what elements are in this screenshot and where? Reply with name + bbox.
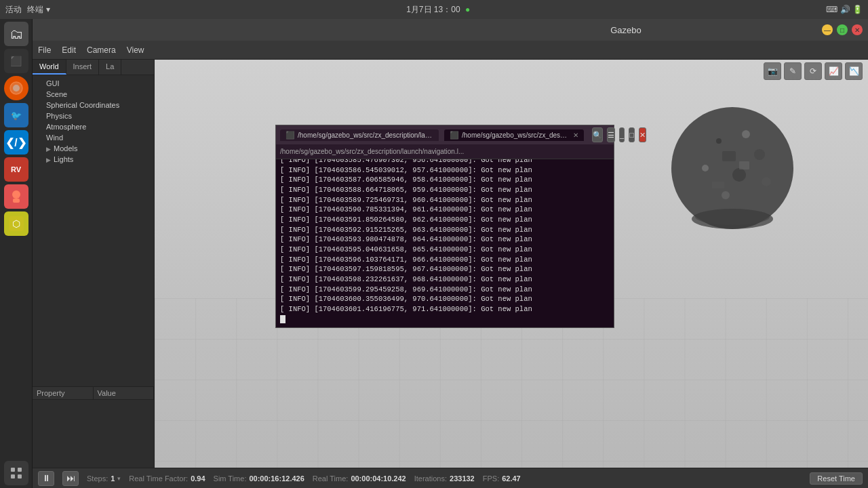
svg-point-18 [732, 168, 746, 182]
minimize-button[interactable]: — [822, 24, 833, 35]
terminal-log-line: [ INFO] [1704603585.476907302, 956.64100… [280, 159, 610, 165]
menu-file[interactable]: File [38, 45, 51, 55]
terminal-cursor-line [280, 314, 610, 325]
terminal-log-line: [ INFO] [1704603597.159818595, 967.64100… [280, 264, 610, 274]
models-arrow-icon: ▶ [46, 146, 51, 152]
steps-indicator: Steps: 1 ▾ [87, 474, 121, 483]
dock-vscode-icon[interactable]: ❮/❯ [4, 130, 28, 155]
maximize-button[interactable]: □ [837, 24, 848, 35]
dock-terminal-icon[interactable]: ⬛ [4, 49, 28, 73]
prop-header: Property Value [33, 387, 154, 400]
sim-time-label: Sim Time: [214, 474, 247, 483]
camera-toolbar-btn[interactable]: 📷 [764, 62, 781, 80]
viewport-toolbar: 📷 ✎ ⟳ 📈 📉 [764, 62, 863, 80]
measure-toolbar-btn[interactable]: ⟳ [804, 62, 822, 80]
step-button[interactable]: ⏭ [62, 471, 79, 486]
terminal-tab2-close[interactable]: ✕ [573, 131, 578, 139]
terminal-tab1-label: /home/sg/gazebo_ws/src/zx_description/la… [298, 131, 433, 139]
svg-rect-23 [712, 182, 724, 188]
fps-label: FPS: [483, 474, 499, 483]
tree-item-lights[interactable]: ▶Lights [33, 154, 154, 165]
svg-point-19 [722, 191, 730, 199]
terminal-max-icon[interactable]: □ [629, 127, 635, 142]
gazebo-content: World Insert La GUI Scene Spherical Coor… [33, 60, 868, 468]
real-time-indicator: Real Time: 00:00:04:10.242 [313, 474, 406, 483]
dock-icon4[interactable]: ⬡ [4, 211, 28, 236]
terminal-tab1[interactable]: ⬛ /home/sg/gazebo_ws/src/zx_description/… [280, 129, 439, 141]
close-button[interactable]: ✕ [852, 24, 863, 35]
svg-rect-11 [18, 474, 22, 479]
terminal-overlay: ⬛ /home/sg/gazebo_ws/src/zx_description/… [275, 125, 614, 328]
dock-grid-icon[interactable] [4, 461, 28, 485]
rt-factor-indicator: Real Time Factor: 0.94 [129, 474, 205, 483]
terminal-log-line: [ INFO] [1704603595.040631658, 965.64100… [280, 245, 610, 255]
prop-col-value: Value [94, 387, 155, 399]
menu-camera[interactable]: Camera [87, 45, 116, 55]
window-controls: — □ ✕ [822, 24, 863, 35]
tree-item-models[interactable]: ▶Models [33, 143, 154, 154]
menu-edit[interactable]: Edit [62, 45, 76, 55]
terminal-log-line: [ INFO] [1704603593.980474878, 964.64100… [280, 235, 610, 245]
reset-time-button[interactable]: Reset Time [810, 472, 863, 485]
svg-text:⬡: ⬡ [12, 218, 20, 229]
fps-indicator: FPS: 62.47 [483, 474, 521, 483]
dock-thunder-icon[interactable]: 🐦 [4, 103, 28, 127]
gazebo-statusbar: ⏸ ⏭ Steps: 1 ▾ Real Time Factor: 0.94 Si… [33, 468, 868, 488]
terminal-search-icon[interactable]: 🔍 [592, 127, 603, 142]
tree-item-wind[interactable]: Wind [33, 132, 154, 143]
system-bar-left: 活动 终端 ▾ [5, 4, 50, 16]
terminal-indicator[interactable]: 终端 ▾ [27, 4, 50, 16]
svg-point-14 [716, 138, 722, 144]
tab-insert[interactable]: Insert [66, 60, 100, 75]
tree-item-atmosphere[interactable]: Atmosphere [33, 121, 154, 132]
svg-text:🐦: 🐦 [11, 110, 22, 121]
steps-arrow-icon[interactable]: ▾ [117, 475, 121, 482]
terminal-arrow-icon: ▾ [46, 5, 50, 14]
activities-button[interactable]: 活动 [5, 4, 22, 16]
tree-item-spherical[interactable]: Spherical Coordinates [33, 100, 154, 110]
chart-toolbar-btn[interactable]: 📈 [825, 62, 842, 80]
tree-item-physics[interactable]: Physics [33, 110, 154, 121]
edit-toolbar-btn[interactable]: ✎ [784, 62, 802, 80]
steps-value: 1 [111, 474, 115, 483]
pause-button[interactable]: ⏸ [38, 471, 54, 486]
terminal-min-icon[interactable]: _ [619, 127, 625, 142]
svg-rect-8 [11, 468, 15, 472]
robot-svg [665, 100, 800, 236]
viewport-3d[interactable]: 📷 ✎ ⟳ 📈 📉 ⬛ /home/sg/gazebo_ws/src/zx_de… [155, 60, 868, 468]
svg-rect-9 [18, 468, 22, 472]
steps-label: Steps: [87, 474, 108, 483]
gazebo-title: Gazebo [430, 25, 822, 35]
tab-la[interactable]: La [99, 60, 121, 75]
terminal-menu-icon[interactable]: ☰ [607, 127, 615, 142]
gazebo-menubar: File Edit Camera View [33, 41, 868, 60]
dock-rviz-icon[interactable]: RV [4, 157, 28, 182]
gazebo-window: Gazebo — □ ✕ File Edit Camera View World… [33, 19, 868, 488]
terminal-label-text: 终端 [27, 4, 43, 16]
svg-point-1 [13, 85, 20, 92]
rt-factor-value: 0.94 [191, 474, 205, 483]
sim-time-indicator: Sim Time: 00:00:16:12.426 [214, 474, 304, 483]
terminal-log-line: [ INFO] [1704603596.103764171, 966.64100… [280, 255, 610, 265]
tree-item-gui[interactable]: GUI [33, 78, 154, 89]
terminal-tab2-icon: ⬛ [450, 131, 459, 140]
terminal-tab2[interactable]: ⬛ /home/sg/gazebo_ws/src/zx_descript... … [444, 129, 584, 141]
dock-icon2[interactable] [4, 76, 28, 100]
terminal-log-line: [ INFO] [1704603589.725469731, 960.64100… [280, 195, 610, 205]
system-bar: 活动 终端 ▾ 1月7日 13：00 ● ⌨ 🔊 🔋 [0, 0, 868, 19]
fps-value: 62.47 [502, 474, 521, 483]
svg-point-20 [762, 177, 771, 186]
terminal-close-icon[interactable]: ✕ [639, 127, 646, 142]
tree-item-scene[interactable]: Scene [33, 89, 154, 100]
dock-files-icon[interactable]: 🗂 [4, 22, 28, 46]
terminal-body[interactable]: [ INFO] [1704603578.042226790, 949.64100… [276, 159, 614, 327]
tab-world[interactable]: World [33, 60, 66, 75]
terminal-log-line: [ INFO] [1704603587.606585946, 958.64100… [280, 175, 610, 185]
sim-time-value: 00:00:16:12.426 [249, 474, 304, 483]
chart2-toolbar-btn[interactable]: 📉 [845, 62, 863, 80]
menu-view[interactable]: View [127, 45, 144, 55]
dock-icon3[interactable] [4, 184, 28, 209]
lights-arrow-icon: ▶ [46, 157, 51, 163]
terminal-path-bar: /home/sg/gazebo_ws/src/zx_description/la… [276, 144, 614, 159]
svg-point-15 [742, 130, 750, 138]
